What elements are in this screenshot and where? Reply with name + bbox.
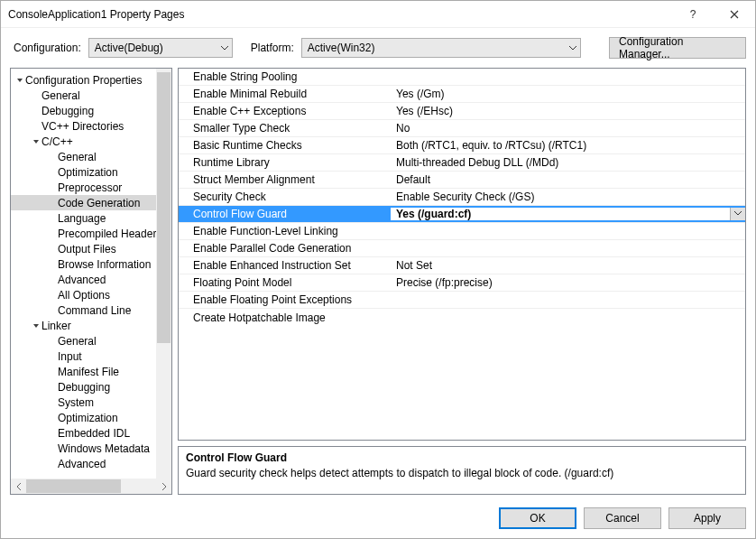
property-row[interactable]: Security CheckEnable Security Check (/GS… [179,189,745,206]
platform-label: Platform: [251,42,294,54]
property-name: Runtime Library [179,156,391,169]
tree-item-linker-input[interactable]: Input [11,348,171,364]
configuration-value: Active(Debug) [95,42,163,54]
tree-vertical-scrollbar[interactable] [156,69,171,479]
tree-root-configuration-properties[interactable]: Configuration Properties [11,72,171,88]
property-row[interactable]: Runtime LibraryMulti-threaded Debug DLL … [179,154,745,172]
property-row[interactable]: Enable String Pooling [179,69,745,86]
property-value[interactable]: Yes (/EHsc) [391,105,745,117]
property-row[interactable]: Control Flow GuardYes (/guard:cf) [179,206,745,223]
apply-button[interactable]: Apply [668,507,746,529]
tree-item-label: Embedded IDL [58,427,130,440]
tree-item-ccpp-advanced[interactable]: Advanced [11,272,171,287]
tree-item-label: Manifest File [58,366,119,378]
tree-item-label: General [58,151,97,163]
scrollbar-track[interactable] [26,479,156,494]
tree[interactable]: Configuration PropertiesGeneralDebugging… [11,69,171,479]
tree-item-linker-debugging[interactable]: Debugging [11,379,171,395]
property-row[interactable]: Struct Member AlignmentDefault [179,172,745,189]
tree-item-vc-directories[interactable]: VC++ Directories [11,118,171,134]
scrollbar-thumb[interactable] [157,72,171,343]
tree-item-ccpp-code-generation[interactable]: Code Generation [11,195,171,210]
dialog-buttons: OK Cancel Apply [1,500,755,538]
tree-item-ccpp-output-files[interactable]: Output Files [11,241,171,256]
close-button[interactable] [714,1,755,28]
description-body: Guard security check helps detect attemp… [186,466,738,481]
property-value[interactable]: Yes (/guard:cf) [391,208,745,220]
tree-item-debugging[interactable]: Debugging [11,103,171,118]
tree-item-linker-optimization[interactable]: Optimization [11,410,171,425]
configuration-label: Configuration: [14,42,81,54]
ok-button[interactable]: OK [499,507,576,529]
tree-item-label: Debugging [41,105,94,117]
property-row[interactable]: Enable Parallel Code Generation [179,240,745,257]
tree-item-label: General [41,89,80,102]
cancel-label: Cancel [605,512,639,525]
tree-item-ccpp-general[interactable]: General [11,149,171,164]
configuration-manager-button[interactable]: Configuration Manager... [609,37,746,59]
tree-item-linker-system[interactable]: System [11,395,171,410]
property-row[interactable]: Enable Floating Point Exceptions [179,292,745,309]
property-row[interactable]: Enable Function-Level Linking [179,223,745,240]
property-value[interactable]: Not Set [391,259,745,272]
property-row[interactable]: Enable C++ ExceptionsYes (/EHsc) [179,103,745,120]
close-icon [730,10,739,19]
tree-item-linker-embedded-idl[interactable]: Embedded IDL [11,425,171,441]
property-row[interactable]: Basic Runtime ChecksBoth (/RTC1, equiv. … [179,137,745,154]
tree-item-ccpp-command-line[interactable]: Command Line [11,302,171,318]
collapse-icon[interactable] [31,322,41,330]
tree-item-ccpp-optimization[interactable]: Optimization [11,164,171,180]
property-grid[interactable]: Enable String PoolingEnable Minimal Rebu… [178,68,746,441]
property-value[interactable]: Multi-threaded Debug DLL (/MDd) [391,156,745,169]
configuration-combo[interactable]: Active(Debug) [88,38,233,58]
cancel-button[interactable]: Cancel [584,507,661,529]
property-row[interactable]: Enable Enhanced Instruction SetNot Set [179,257,745,274]
property-value[interactable]: No [391,122,745,135]
property-name: Enable Function-Level Linking [179,225,391,237]
tree-item-linker-general[interactable]: General [11,333,171,348]
tree-item-label: Language [58,212,106,225]
property-row[interactable]: Enable Minimal RebuildYes (/Gm) [179,86,745,103]
tree-item-label: Code Generation [58,197,140,209]
tree-item-linker-advanced[interactable]: Advanced [11,456,171,471]
platform-combo[interactable]: Active(Win32) [301,38,581,58]
tree-item-label: Output Files [58,243,116,256]
scroll-left-icon[interactable] [11,483,26,490]
tree-item-ccpp-precompiled-headers[interactable]: Precompiled Headers [11,226,171,241]
tree-item-label: Configuration Properties [25,74,142,87]
property-row[interactable]: Floating Point ModelPrecise (/fp:precise… [179,274,745,292]
property-value[interactable]: Both (/RTC1, equiv. to /RTCsu) (/RTC1) [391,139,745,152]
scrollbar-thumb[interactable] [26,479,121,493]
tree-item-label: Windows Metadata [58,442,150,455]
tree-item-ccpp-preprocessor[interactable]: Preprocessor [11,180,171,195]
tree-item-ccpp-language[interactable]: Language [11,210,171,226]
property-dropdown-button[interactable] [730,208,745,220]
property-row[interactable]: Create Hotpatchable Image [179,309,745,326]
tree-item-label: Linker [41,320,71,332]
property-name: Enable String Pooling [179,70,391,83]
property-value[interactable]: Yes (/Gm) [391,88,745,100]
property-name: Floating Point Model [179,276,391,289]
scroll-right-icon[interactable] [156,483,171,490]
tree-item-linker-manifest-file[interactable]: Manifest File [11,364,171,379]
tree-item-linker-windows-metadata[interactable]: Windows Metadata [11,441,171,456]
property-value[interactable]: Precise (/fp:precise) [391,276,745,289]
help-button[interactable]: ? [672,1,714,28]
platform-value: Active(Win32) [308,42,375,54]
property-name: Struct Member Alignment [179,173,391,186]
tree-horizontal-scrollbar[interactable] [11,479,171,494]
tree-item-general[interactable]: General [11,88,171,103]
tree-item-ccpp-browse-information[interactable]: Browse Information [11,256,171,272]
collapse-icon[interactable] [31,138,41,145]
collapse-icon[interactable] [14,77,25,84]
tree-item-ccpp-all-options[interactable]: All Options [11,287,171,302]
property-name: Smaller Type Check [179,122,391,135]
tree-item-c-cpp[interactable]: C/C++ [11,134,171,149]
property-row[interactable]: Smaller Type CheckNo [179,120,745,137]
chevron-down-icon [734,211,742,217]
tree-item-linker[interactable]: Linker [11,318,171,333]
property-name: Enable C++ Exceptions [179,105,391,117]
property-value[interactable]: Enable Security Check (/GS) [391,191,745,203]
property-value[interactable]: Default [391,173,745,186]
property-name: Security Check [179,191,391,203]
